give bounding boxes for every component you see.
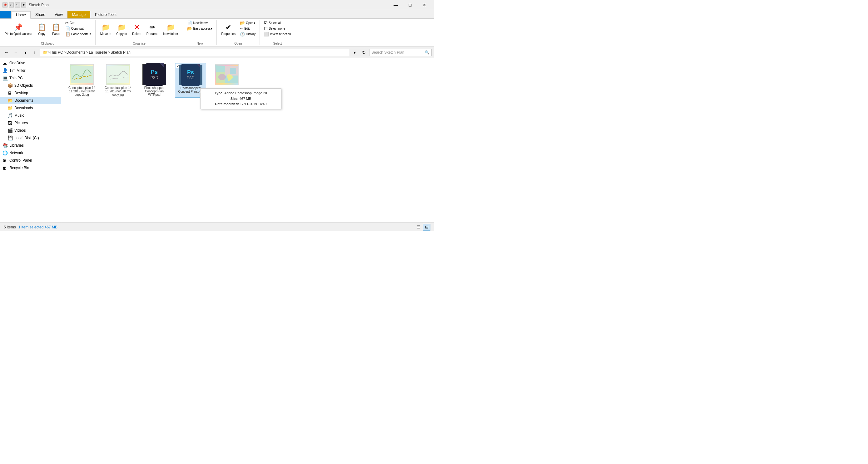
undo-icon[interactable]: ↩ <box>9 2 14 7</box>
details-view-button[interactable]: ☰ <box>415 224 422 231</box>
file-item-jpg1[interactable]: Conceptual plan 14 11 2019 v2018 my copy… <box>66 63 97 98</box>
sidebar-item-this-pc[interactable]: 💻 This PC <box>0 74 61 82</box>
select-col: ☑ Select all ☐ Select none ⬜ Invert sele… <box>262 20 292 37</box>
open-button[interactable]: 📂 Open ▾ <box>238 20 257 26</box>
search-box[interactable]: Search Sketch Plan 🔍 <box>369 49 432 56</box>
move-to-button[interactable]: 📁 Move to <box>98 20 114 39</box>
sidebar-item-recycle-bin[interactable]: 🗑 Recycle Bin <box>0 164 61 172</box>
svg-rect-0 <box>71 66 93 83</box>
close-button[interactable]: ✕ <box>417 0 432 10</box>
back-button[interactable]: ← <box>2 48 11 57</box>
large-icons-view-button[interactable]: ⊞ <box>423 224 430 231</box>
tooltip-date: Date modified: 17/11/2019 14:49 <box>204 101 278 107</box>
file-item-psd2[interactable]: ✓ Ps PSD Photoshopped Concept Plan.psd T… <box>175 63 206 98</box>
edit-button[interactable]: ✏ Edit <box>238 26 257 31</box>
content-area[interactable]: Conceptual plan 14 11 2019 v2018 my copy… <box>61 58 434 223</box>
sidebar-item-control-panel[interactable]: ⚙ Control Panel <box>0 157 61 164</box>
tab-share[interactable]: Share <box>31 11 50 19</box>
title-bar-icons: 📌 ↩ ↪ ▼ <box>2 2 26 7</box>
paste-button[interactable]: 📋 Paste <box>49 20 63 39</box>
file-item-jpg2[interactable]: Conceptual plan 14 11 2019 v2018 my copy… <box>102 63 134 98</box>
sidebar-item-libraries[interactable]: 📚 Libraries <box>0 142 61 149</box>
new-folder-button[interactable]: 📁 New folder <box>161 20 181 39</box>
edit-icon: ✏ <box>240 26 243 31</box>
sidebar-item-label: Control Panel <box>9 158 32 163</box>
sidebar-item-tim-miller[interactable]: 👤 Tim Miller <box>0 67 61 74</box>
path-this-pc[interactable]: This PC <box>50 50 63 55</box>
history-button[interactable]: 🕐 History <box>238 31 257 37</box>
file-item-psd1[interactable]: Ps PSD Photoshopped Concept Plan WTF.psd <box>139 63 170 98</box>
new-item-button[interactable]: 📄 New item ▾ <box>186 20 214 26</box>
sidebar-item-desktop[interactable]: 🖥 Desktop <box>0 89 61 97</box>
sidebar-item-label: Music <box>14 113 24 118</box>
copy-to-button[interactable]: 📁 Copy to <box>114 20 129 39</box>
psd-icon-1: Ps PSD <box>145 63 164 86</box>
tab-file[interactable] <box>0 11 11 19</box>
easy-access-button[interactable]: 📂 Easy access ▾ <box>186 26 214 31</box>
sidebar-item-pictures[interactable]: 🖼 Pictures <box>0 119 61 127</box>
desktop-icon: 🖥 <box>7 91 13 96</box>
organise-label: Organise <box>98 40 181 45</box>
cut-button[interactable]: ✂ Cut <box>64 20 93 26</box>
file-name-jpg1: Conceptual plan 14 11 2019 v2018 my copy… <box>67 86 96 96</box>
psd-psd-text-2: PSD <box>187 76 194 80</box>
path-la-tourelle[interactable]: La Tourelle <box>89 50 107 55</box>
dropdown-icon[interactable]: ▼ <box>21 2 26 7</box>
ribbon-group-clipboard: 📌 Pin to Quick access 📋 Copy 📋 Paste ✂ C… <box>0 20 96 45</box>
sidebar-item-label: 3D Objects <box>14 83 33 88</box>
svg-rect-1 <box>107 66 129 83</box>
sidebar-item-videos[interactable]: 🎬 Videos <box>0 127 61 134</box>
recent-locations-button[interactable]: ▾ <box>350 48 359 57</box>
selection-info: 1 item selected 467 MB <box>19 225 58 229</box>
pin-to-quick-access-button[interactable]: 📌 Pin to Quick access <box>2 20 34 39</box>
redo-icon[interactable]: ↪ <box>15 2 20 7</box>
open-items: ✔ Properties 📂 Open ▾ ✏ Edit 🕐 History <box>219 20 257 40</box>
ribbon-group-organise: 📁 Move to 📁 Copy to ✕ Delete ✏ Rename 📁 … <box>96 20 183 45</box>
tab-home[interactable]: Home <box>11 11 31 19</box>
paste-shortcut-button[interactable]: 📋 Paste shortcut <box>64 31 93 37</box>
tooltip-size: Size: 467 MB <box>204 96 278 102</box>
sidebar-item-label: OneDrive <box>9 61 25 65</box>
computer-icon: 💻 <box>2 75 8 80</box>
address-bar: ← → ▾ ↑ 📁 > This PC > Documents > La Tou… <box>0 47 434 58</box>
sidebar-item-documents[interactable]: 📂 Documents <box>0 97 61 104</box>
invert-selection-button[interactable]: ⬜ Invert selection <box>262 31 292 37</box>
rename-button[interactable]: ✏ Rename <box>144 20 160 39</box>
3d-objects-icon: 📦 <box>7 83 13 88</box>
tab-view[interactable]: View <box>50 11 67 19</box>
paste-icon: 📋 <box>52 24 60 32</box>
copy-to-icon: 📁 <box>118 24 126 32</box>
clipboard-small-buttons: ✂ Cut 📄 Copy path 📋 Paste shortcut <box>64 20 93 37</box>
address-path[interactable]: 📁 > This PC > Documents > La Tourelle > … <box>40 49 349 56</box>
tab-picture-tools[interactable]: Picture Tools <box>90 11 121 19</box>
copy-path-button[interactable]: 📄 Copy path <box>64 26 93 31</box>
up-button[interactable]: ↑ <box>31 48 39 57</box>
forward-button[interactable]: → <box>12 48 20 57</box>
copy-button[interactable]: 📋 Copy <box>35 20 49 39</box>
svg-rect-6 <box>230 68 236 74</box>
recent-button[interactable]: ▾ <box>21 48 29 57</box>
minimize-button[interactable]: — <box>389 0 403 10</box>
sidebar-item-onedrive[interactable]: ☁ OneDrive <box>0 59 61 67</box>
pictures-icon: 🖼 <box>7 121 13 126</box>
file-thumbnail-jpg2 <box>106 64 130 85</box>
delete-button[interactable]: ✕ Delete <box>130 20 144 39</box>
sidebar-item-3d-objects[interactable]: 📦 3D Objects <box>0 82 61 89</box>
select-all-button[interactable]: ☑ Select all <box>262 20 292 26</box>
invert-icon: ⬜ <box>264 32 269 36</box>
new-items: 📄 New item ▾ 📂 Easy access ▾ <box>186 20 214 40</box>
path-sketch-plan[interactable]: Sketch Plan <box>111 50 130 55</box>
sidebar-item-network[interactable]: 🌐 Network <box>0 149 61 157</box>
properties-button[interactable]: ✔ Properties <box>219 20 238 39</box>
sidebar-item-local-disk[interactable]: 💾 Local Disk (C:) <box>0 134 61 142</box>
tab-manage[interactable]: Manage <box>67 11 90 19</box>
maximize-button[interactable]: □ <box>403 0 417 10</box>
select-none-button[interactable]: ☐ Select none <box>262 26 292 31</box>
sidebar-item-music[interactable]: 🎵 Music <box>0 112 61 119</box>
main-layout: ☁ OneDrive 👤 Tim Miller 💻 This PC 📦 3D O… <box>0 58 434 223</box>
ribbon: 📌 Pin to Quick access 📋 Copy 📋 Paste ✂ C… <box>0 19 434 47</box>
refresh-button[interactable]: ↻ <box>360 48 368 57</box>
path-documents[interactable]: Documents <box>66 50 86 55</box>
sidebar-item-downloads[interactable]: 📁 Downloads <box>0 104 61 112</box>
delete-icon: ✕ <box>134 24 140 32</box>
